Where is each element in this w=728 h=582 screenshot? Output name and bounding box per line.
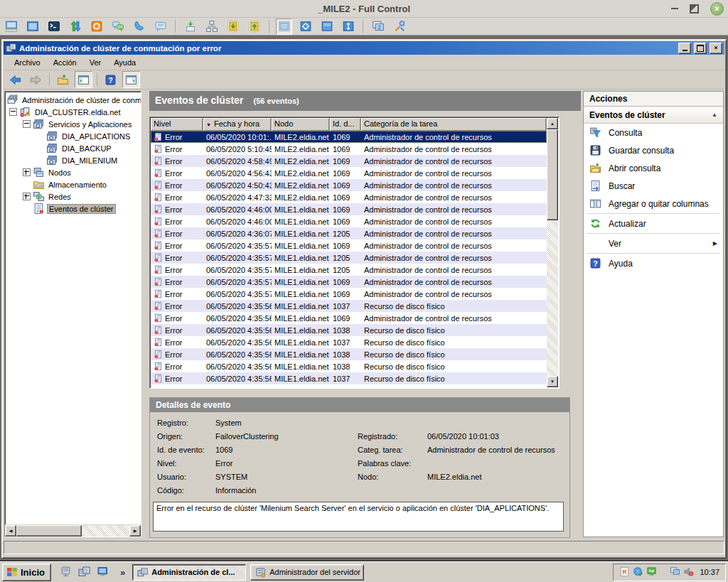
column-header-categor-a-de-la-tarea[interactable]: Categoría de la tarea: [361, 118, 547, 131]
start-button[interactable]: Inicio: [2, 564, 51, 581]
event-row[interactable]: Error06/05/2020 10:01:...MILE2.eldia.net…: [151, 131, 547, 143]
console-tree-button[interactable]: [75, 71, 92, 88]
event-row[interactable]: Error06/05/2020 4:35:57MILE1.eldia.net10…: [151, 288, 547, 300]
tray-hp-monitor[interactable]: hp: [646, 566, 657, 578]
tray-dual-monitor[interactable]: [670, 566, 680, 578]
collapse-toggle[interactable]: [9, 108, 17, 116]
tree-item-almacenamiento[interactable]: Almacenamiento: [5, 178, 141, 190]
events-vertical-scrollbar[interactable]: ▲ ▼: [547, 118, 558, 387]
action-actualizar[interactable]: Actualizar: [584, 215, 723, 232]
collapse-caret-icon[interactable]: ▲: [712, 112, 717, 118]
event-row[interactable]: Error06/05/2020 4:35:56MILE1.eldia.net10…: [151, 312, 547, 324]
expand-toggle[interactable]: [23, 193, 31, 200]
menu-accin[interactable]: Acción: [47, 57, 83, 68]
tree-item-eventos-de-cl-ster[interactable]: Eventos de clúster: [5, 203, 141, 215]
action-buscar[interactable]: Buscar: [584, 177, 723, 195]
view-scale-button[interactable]: [340, 18, 356, 35]
view-solid-button[interactable]: [318, 18, 335, 35]
action-guardar-consulta[interactable]: Guardar consulta: [584, 141, 723, 159]
event-row[interactable]: Error06/05/2020 4:46:00MILE1.eldia.net10…: [151, 203, 547, 215]
download-box-button[interactable]: [225, 18, 241, 35]
host-close-button[interactable]: ×: [710, 2, 724, 16]
actions-section-header[interactable]: Eventos de clúster ▲: [584, 107, 723, 124]
help-button[interactable]: ?: [102, 71, 119, 88]
app-maximize-button[interactable]: [694, 43, 707, 54]
scroll-down-button[interactable]: ▼: [547, 376, 558, 387]
scrollbar-thumb[interactable]: [547, 129, 558, 220]
network-nodes-button[interactable]: [203, 18, 220, 35]
tree-item-redes[interactable]: Redes: [5, 190, 141, 203]
action-consulta[interactable]: Consulta: [584, 124, 723, 141]
tray-r-document[interactable]: R: [619, 566, 630, 578]
event-row[interactable]: Error06/05/2020 4:35:56MILE1.eldia.net10…: [151, 372, 547, 384]
message-bubble-button[interactable]: [152, 18, 168, 35]
event-row[interactable]: Error06/05/2020 5:10:45MILE2.eldia.net10…: [151, 143, 547, 155]
menu-archivo[interactable]: Archivo: [8, 57, 47, 68]
app-minimize-button[interactable]: [678, 43, 691, 54]
action-pane-button[interactable]: [122, 71, 140, 88]
event-row[interactable]: Error06/05/2020 4:35:56MILE1.eldia.net10…: [151, 360, 547, 372]
taskbar-button-administraci-n-de-cl-[interactable]: Administración de cl...: [132, 564, 246, 581]
screen-keyboard-button[interactable]: [3, 18, 19, 35]
event-row[interactable]: Error06/05/2020 4:35:56MILE1.eldia.net10…: [151, 324, 547, 336]
event-row[interactable]: Error06/05/2020 4:46:00MILE1.eldia.net10…: [151, 215, 547, 227]
scrollbar-track[interactable]: [547, 129, 558, 376]
event-row[interactable]: Error06/05/2020 4:35:57MILE1.eldia.net12…: [151, 252, 547, 264]
quick-launch-show-desktop[interactable]: [97, 566, 109, 579]
scroll-right-button[interactable]: ▶: [129, 525, 141, 537]
phone-button[interactable]: [131, 18, 147, 35]
tree-item-dia-backup[interactable]: DIA_BACKUP: [5, 142, 141, 154]
tray-network-globe[interactable]: [633, 566, 643, 578]
event-row[interactable]: Error06/05/2020 4:35:57MILE1.eldia.net10…: [151, 276, 547, 288]
transfer-arrows-button[interactable]: [67, 18, 83, 35]
column-header-nodo[interactable]: Nodo: [272, 118, 330, 131]
event-row[interactable]: Error06/05/2020 4:35:57MILE1.eldia.net12…: [151, 264, 547, 276]
dual-window-button[interactable]: 2: [370, 18, 386, 35]
event-row[interactable]: Error06/05/2020 4:35:56MILE1.eldia.net10…: [151, 300, 547, 312]
event-row[interactable]: Error06/05/2020 4:35:56MILE1.eldia.net10…: [151, 336, 547, 348]
column-header-fecha-y-hora[interactable]: ▼Fecha y hora: [203, 118, 272, 131]
forward-button[interactable]: [27, 71, 45, 88]
action-abrir-consulta[interactable]: Abrir consulta: [584, 159, 723, 177]
export-folder-button[interactable]: [54, 71, 72, 88]
event-row[interactable]: Error06/05/2020 4:35:57MILE1.eldia.net10…: [151, 239, 547, 252]
tree-item-servicios-y-aplicaciones[interactable]: Servicios y Aplicaciones: [5, 118, 141, 130]
tree-item-dia-aplications[interactable]: DIA_APLICATIONS: [5, 130, 141, 142]
quick-launch-remote-server[interactable]: [60, 566, 72, 579]
tray-volume-muted[interactable]: [683, 566, 694, 578]
quick-launch-overflow-chevron[interactable]: »: [117, 567, 128, 578]
event-row[interactable]: Error06/05/2020 4:35:56MILE1.eldia.net10…: [151, 348, 547, 360]
event-row[interactable]: Error06/05/2020 4:50:43MILE2.eldia.net10…: [151, 179, 547, 191]
scrollbar-track[interactable]: [16, 525, 129, 537]
host-restore-button[interactable]: [690, 4, 699, 14]
app-close-button[interactable]: ×: [710, 43, 722, 54]
event-row[interactable]: Error06/05/2020 4:47:33MILE2.eldia.net10…: [151, 191, 547, 203]
collapse-toggle[interactable]: [23, 120, 31, 128]
column-header-nivel[interactable]: Nivel: [151, 118, 203, 131]
back-button[interactable]: [6, 71, 24, 88]
scroll-up-button[interactable]: ▲: [547, 118, 558, 129]
expand-toggle[interactable]: [23, 168, 31, 176]
event-row[interactable]: Error06/05/2020 4:56:43MILE2.eldia.net10…: [151, 167, 547, 179]
tree-item-dia-milenium[interactable]: DIA_MILENIUM: [5, 154, 141, 166]
tree-item-administraci-n-de-cl-ster-de-conmu[interactable]: Administración de clúster de conmu: [5, 94, 141, 106]
power-options-button[interactable]: [88, 18, 105, 35]
taskbar-button-administrador-del-servidor[interactable]: Administrador del servidor: [250, 564, 364, 581]
action-ayuda[interactable]: ?Ayuda: [584, 254, 723, 272]
tray-upload-button[interactable]: [182, 18, 198, 35]
column-header-id-d-[interactable]: Id. d...: [330, 118, 361, 131]
quick-launch-cluster-manager[interactable]: [78, 566, 90, 579]
tree-item-nodos[interactable]: Nodos: [5, 166, 141, 178]
action-ver[interactable]: Ver▶: [584, 235, 723, 252]
menu-ver[interactable]: Ver: [83, 57, 108, 68]
tools-button[interactable]: [391, 18, 407, 35]
event-row[interactable]: Error06/05/2020 4:58:49MILE2.eldia.net10…: [151, 155, 547, 167]
tree-item-dia-cluster-eldia-net[interactable]: DIA_CLUSTER.eldia.net: [5, 106, 141, 118]
event-row[interactable]: Error06/05/2020 4:36:07MILE1.eldia.net12…: [151, 227, 547, 239]
action-agregar-o-quitar-columnas[interactable]: Agregar o quitar columnas: [584, 195, 723, 212]
scroll-left-button[interactable]: ◀: [5, 525, 16, 537]
chat-bubbles-button[interactable]: [109, 18, 126, 35]
menu-ayuda[interactable]: Ayuda: [107, 57, 142, 68]
command-prompt-button[interactable]: [46, 18, 62, 35]
view-fit-button[interactable]: [297, 18, 314, 35]
